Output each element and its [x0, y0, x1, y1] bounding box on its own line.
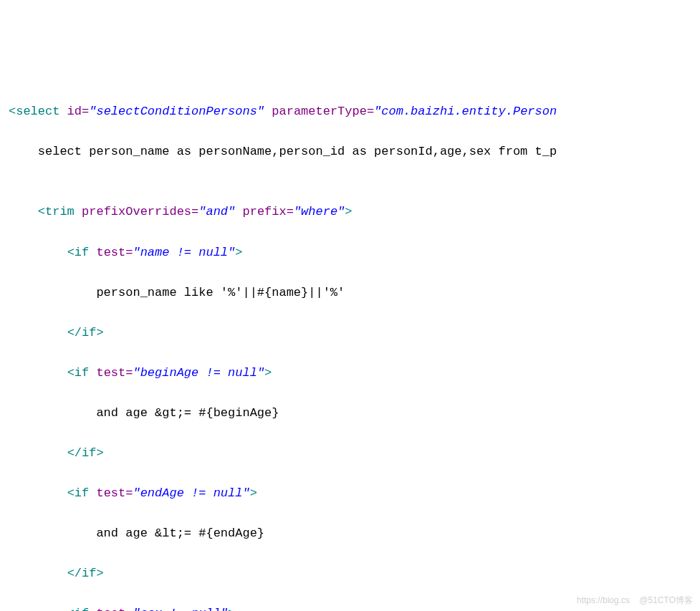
- code-line[interactable]: </if>: [0, 443, 700, 463]
- code-line[interactable]: <if test="endAge != null">: [0, 483, 700, 504]
- attr-value: "name != null": [133, 246, 235, 259]
- code-line[interactable]: </if>: [0, 323, 700, 343]
- attr-value: "selectConditionPersons": [89, 105, 264, 118]
- xml-tag: <trim: [38, 205, 75, 218]
- xml-tag: >: [264, 366, 272, 380]
- attr-name: test=: [89, 366, 133, 380]
- code-text: select person_name as personName,person_…: [9, 145, 557, 158]
- attr-name: test=: [89, 246, 133, 259]
- attr-name: prefixOverrides=: [75, 205, 198, 218]
- xml-tag: <if: [67, 607, 90, 611]
- attr-value: "sex != null": [133, 607, 228, 611]
- attr-value: "endAge != null": [133, 486, 249, 500]
- code-line[interactable]: <if test="beginAge != null">: [0, 363, 700, 383]
- code-line[interactable]: <if test="name != null">: [0, 243, 700, 263]
- code-line[interactable]: </if>: [0, 564, 700, 584]
- xml-tag: >: [235, 246, 242, 259]
- code-editor[interactable]: <select id="selectConditionPersons" para…: [0, 82, 700, 611]
- attr-name: test=: [89, 486, 133, 500]
- code-line[interactable]: person_name like '%'||#{name}||'%': [0, 283, 700, 303]
- xml-tag: </if>: [67, 326, 104, 340]
- xml-tag: >: [345, 205, 352, 218]
- xml-tag: >: [250, 486, 257, 500]
- code-line[interactable]: select person_name as personName,person_…: [0, 142, 700, 162]
- code-text: and age &gt;= #{beginAge}: [9, 406, 279, 420]
- xml-tag: </if>: [67, 567, 104, 580]
- attr-value: "beginAge != null": [133, 366, 264, 380]
- code-line[interactable]: and age &lt;= #{endAge}: [0, 524, 700, 544]
- attr-value: "com.baizhi.entity.Person: [374, 105, 557, 118]
- code-text: person_name like '%'||#{name}||'%': [9, 286, 345, 299]
- xml-tag: </if>: [67, 446, 104, 460]
- attr-name: id=: [59, 105, 89, 118]
- xml-tag: <if: [67, 366, 90, 380]
- attr-name: parameterType=: [264, 105, 374, 118]
- xml-tag: >: [228, 607, 235, 611]
- attr-value: "and": [198, 205, 235, 218]
- xml-tag: <select: [9, 105, 59, 118]
- attr-value: "where": [294, 205, 345, 218]
- code-text: and age &lt;= #{endAge}: [9, 526, 264, 540]
- code-line[interactable]: <trim prefixOverrides="and" prefix="wher…: [0, 202, 700, 222]
- watermark: https://blog.cs @51CTO博客: [577, 594, 693, 608]
- code-line[interactable]: and age &gt;= #{beginAge}: [0, 403, 700, 423]
- xml-tag: <if: [67, 486, 90, 500]
- attr-name: test=: [89, 607, 133, 611]
- attr-name: prefix=: [235, 205, 294, 218]
- code-line[interactable]: <select id="selectConditionPersons" para…: [0, 102, 700, 122]
- xml-tag: <if: [67, 246, 90, 259]
